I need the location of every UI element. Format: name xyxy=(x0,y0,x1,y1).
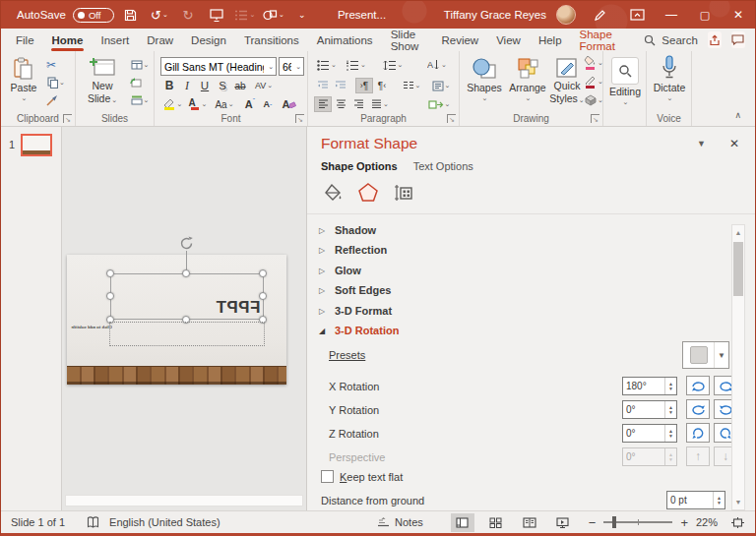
inking-button[interactable] xyxy=(588,4,611,26)
zoom-in-button[interactable]: + xyxy=(678,515,690,530)
section-shadow[interactable]: ▷ Shadow xyxy=(307,221,735,239)
bullets-button[interactable]: ⌄ xyxy=(314,57,340,73)
tab-insert[interactable]: Insert xyxy=(92,29,138,51)
increase-font-size-button[interactable]: Aˆ xyxy=(241,96,259,112)
scrollbar-thumb[interactable] xyxy=(733,242,743,296)
highlight-color-button[interactable]: ⌄ xyxy=(160,96,184,112)
tab-slide-show[interactable]: Slide Show xyxy=(382,29,433,51)
reset-slide-button[interactable] xyxy=(127,75,145,90)
slide-thumbnail-pane[interactable]: 1 xyxy=(1,127,62,510)
columns-button[interactable]: ⌄ xyxy=(399,78,424,93)
resize-handle-n[interactable] xyxy=(182,269,190,277)
save-button[interactable] xyxy=(119,4,143,26)
cut-button[interactable]: ✂ xyxy=(42,57,60,73)
slide-editor[interactable]: FPPT Click to add subtitle xyxy=(62,127,306,510)
z-rotate-ccw-button[interactable] xyxy=(686,423,710,443)
panel-scrollbar[interactable]: ▲ ▼ xyxy=(731,224,745,510)
section-3d-format[interactable]: ▷ 3-D Format xyxy=(307,302,735,320)
slide-indicator[interactable]: Slide 1 of 1 xyxy=(11,516,65,528)
redo-button[interactable]: ↻ xyxy=(176,4,200,26)
start-presentation-button[interactable] xyxy=(205,4,228,26)
x-rotate-left-button[interactable] xyxy=(686,376,710,395)
tab-review[interactable]: Review xyxy=(432,29,487,51)
decrease-font-size-button[interactable]: Aˇ xyxy=(259,96,277,112)
search-box[interactable]: Search xyxy=(644,34,697,46)
size-properties-tab[interactable] xyxy=(392,181,415,205)
y-rotation-input[interactable] xyxy=(623,401,664,418)
italic-button[interactable]: I xyxy=(178,78,196,93)
new-slide-button[interactable]: New Slide⌄ xyxy=(84,57,121,104)
resize-handle-e[interactable] xyxy=(259,292,267,300)
reading-view-button[interactable] xyxy=(518,513,541,532)
slide-sorter-view-button[interactable] xyxy=(484,513,508,532)
bold-button[interactable]: B xyxy=(160,78,178,93)
font-name-input[interactable] xyxy=(161,61,267,73)
subtitle-placeholder[interactable]: Click to add subtitle xyxy=(109,322,265,346)
section-soft-edges[interactable]: ▷ Soft Edges xyxy=(307,281,735,299)
undo-button[interactable]: ↺⌄ xyxy=(148,4,171,26)
format-painter-button[interactable] xyxy=(42,92,60,108)
increase-indent-button[interactable] xyxy=(332,78,349,93)
z-rotation-input[interactable] xyxy=(623,425,664,442)
paragraph-dialog-launcher[interactable]: ↘ xyxy=(447,114,456,123)
fit-slide-button[interactable] xyxy=(725,513,749,532)
user-name[interactable]: Tiffany Grace Reyes xyxy=(444,9,546,21)
underline-button[interactable]: U xyxy=(196,78,214,93)
paste-button[interactable]: Paste ⌄ xyxy=(9,57,38,102)
tab-transitions[interactable]: Transitions xyxy=(235,29,308,51)
section-button[interactable]: ⌄ xyxy=(127,92,153,108)
slideshow-view-button[interactable] xyxy=(551,513,575,532)
convert-to-smartart-button[interactable]: ⌄ xyxy=(424,96,454,112)
section-glow[interactable]: ▷ Glow xyxy=(307,262,735,279)
tab-view[interactable]: View xyxy=(487,29,530,51)
shape-effects-button[interactable]: ⌄ xyxy=(584,92,603,108)
change-case-button[interactable]: Aa⌄ xyxy=(212,96,237,112)
section-reflection[interactable]: ▷ Reflection xyxy=(307,241,735,259)
zoom-slider[interactable] xyxy=(603,521,672,523)
horizontal-scrollbar[interactable] xyxy=(65,495,303,506)
decrease-indent-button[interactable] xyxy=(314,78,332,93)
align-center-button[interactable] xyxy=(332,96,349,112)
collapse-ribbon-button[interactable]: ∧ xyxy=(734,110,741,120)
clipboard-dialog-launcher[interactable]: ↘ xyxy=(63,114,72,123)
font-size-input[interactable] xyxy=(280,61,294,73)
align-text-button[interactable]: ⌄ xyxy=(428,78,454,93)
font-size-combo[interactable]: ⌄ xyxy=(279,57,304,76)
fill-line-tab[interactable] xyxy=(321,181,345,205)
resize-handle-nw[interactable] xyxy=(106,269,114,277)
left-to-right-button[interactable]: ›¶ xyxy=(355,78,373,93)
close-button[interactable]: ✕ xyxy=(722,1,755,29)
font-dialog-launcher[interactable]: ↘ xyxy=(295,114,304,123)
language-indicator[interactable]: English (United States) xyxy=(109,516,220,528)
shape-outline-button[interactable]: ⌄ xyxy=(584,74,603,89)
z-rotation-field[interactable]: ▲▼ xyxy=(622,424,677,443)
notes-button[interactable]: Notes xyxy=(377,516,423,528)
selected-title-textbox[interactable]: FPPT xyxy=(110,273,264,320)
align-right-button[interactable] xyxy=(349,96,367,112)
slide-layout-button[interactable]: ⌄ xyxy=(127,57,153,73)
scroll-up-arrow[interactable]: ▲ xyxy=(732,225,744,240)
ribbon-display-options-button[interactable] xyxy=(625,4,649,26)
customize-qat-button[interactable]: ⌄ xyxy=(290,4,314,26)
font-name-combo[interactable]: ⌄ xyxy=(160,57,277,76)
font-color-button[interactable]: A ⌄ xyxy=(186,96,210,112)
distance-input[interactable] xyxy=(667,492,713,508)
spinner-icon[interactable]: ▲▼ xyxy=(664,425,676,442)
zoom-slider-thumb[interactable] xyxy=(612,516,616,528)
tab-animations[interactable]: Animations xyxy=(308,29,382,51)
numbering-button[interactable]: ⌄ xyxy=(344,57,369,73)
y-rotation-field[interactable]: ▲▼ xyxy=(622,400,677,419)
spinner-icon[interactable]: ▲▼ xyxy=(664,378,676,394)
distance-field[interactable]: ▲▼ xyxy=(666,491,725,509)
avatar[interactable] xyxy=(556,5,576,25)
tab-draw[interactable]: Draw xyxy=(138,29,182,51)
justify-button[interactable]: ⌄ xyxy=(367,96,393,112)
text-direction-button[interactable]: A ⌄ xyxy=(424,57,450,73)
resize-handle-w[interactable] xyxy=(106,292,114,300)
tab-file[interactable]: File xyxy=(7,29,43,51)
editing-button[interactable]: Editing ⌄ xyxy=(608,57,642,106)
slide-thumbnail[interactable] xyxy=(21,134,52,156)
scroll-down-arrow[interactable]: ▼ xyxy=(732,495,744,509)
text-shadow-button[interactable]: S xyxy=(214,78,231,93)
tab-home[interactable]: Home xyxy=(43,29,93,51)
